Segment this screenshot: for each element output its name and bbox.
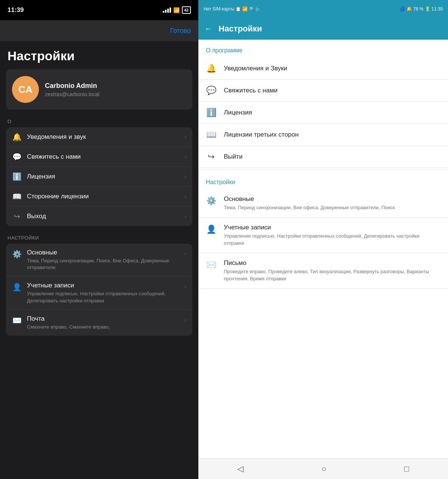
battery-indicator: 42 <box>182 6 191 14</box>
license-label: Лицензия <box>224 109 252 116</box>
license-label: Лицензия <box>27 173 179 180</box>
chevron-icon: › <box>185 193 186 199</box>
info-icon: ℹ️ <box>206 108 216 118</box>
gear-icon: ⚙️ <box>206 196 216 206</box>
profile-email: zextras@carbonio.local <box>45 91 100 97</box>
left-status-icons: 📶 42 <box>163 6 191 14</box>
general-settings-title: Основные <box>27 249 179 256</box>
recent-nav-button[interactable]: □ <box>395 461 418 477</box>
left-time: 11:39 <box>7 6 24 14</box>
license-item[interactable]: ℹ️ Лицензия <box>198 102 448 124</box>
mail-settings-item[interactable]: ✉️ Почта Смахните вправо, Смахните вправ… <box>6 310 192 336</box>
contact-us-item[interactable]: 💬 Свяжитесь с нами <box>198 80 448 102</box>
general-settings-item[interactable]: ⚙️ Основные Тема, Период синхронизации, … <box>6 244 192 277</box>
profile-card[interactable]: CA Carbonio Admin zextras@carbonio.local <box>6 69 192 110</box>
chevron-icon: › <box>185 174 186 180</box>
book-icon: 📖 <box>12 192 22 201</box>
mail-settings-subtitle: Проведите вправо, Проведите влево, Тип в… <box>224 268 441 283</box>
wifi-icon: 📶 <box>173 7 180 13</box>
left-status-bar: 11:39 📶 42 <box>0 0 198 20</box>
back-nav-button[interactable]: ◁ <box>228 461 253 477</box>
notifications-item[interactable]: 🔔 Уведомления и Звуки <box>198 58 448 80</box>
done-button[interactable]: Готово <box>170 27 191 35</box>
bell-icon: 🔔 <box>206 64 216 73</box>
third-party-item[interactable]: 📖 Лицензии третьих сторон <box>198 124 448 146</box>
accounts-settings-subtitle: Управление подписью, Настройки отправлен… <box>224 232 441 247</box>
right-toolbar: ← Настройки <box>198 18 448 40</box>
chevron-icon: › <box>185 134 186 140</box>
toolbar-title: Настройки <box>219 24 262 34</box>
left-nav-bar: Готово <box>0 20 198 41</box>
about-menu-group: 🔔 Уведомления и звук › 💬 Свяжитесь с нам… <box>6 127 192 226</box>
left-page-title: Настройки <box>0 41 198 69</box>
mail-settings-title: Письмо <box>224 259 441 267</box>
avatar: CA <box>12 76 39 103</box>
logout-item[interactable]: ↪ Выход › <box>6 207 192 226</box>
chevron-icon: › <box>185 154 186 160</box>
accounts-settings-title: Учетные записи <box>224 224 441 231</box>
general-settings-subtitle: Тема, Период синхронизации, Вне офиса, Д… <box>224 204 441 211</box>
signal-icon <box>163 7 171 13</box>
mail-settings-text: Письмо Проведите вправо, Проведите влево… <box>224 259 441 283</box>
accounts-settings-item[interactable]: 👤 Учетные записи Управление подписью, На… <box>6 277 192 309</box>
section-divider <box>198 170 448 170</box>
bell-icon: 🔔 <box>12 132 22 141</box>
right-nav-bar: ◁ ○ □ <box>198 458 448 479</box>
license-item[interactable]: ℹ️ Лицензия › <box>6 167 192 187</box>
right-status-left: Нет SIM-карты 📋 📶 🔍 ▷ <box>204 6 259 12</box>
left-panel: 11:39 📶 42 Готово Настройки CA Carbonio … <box>0 0 198 479</box>
accounts-settings-text: Учетные записи Управление подписью, Наст… <box>224 224 441 247</box>
settings-menu-group: ⚙️ Основные Тема, Период синхронизации, … <box>198 189 448 289</box>
logout-label: Выйти <box>224 153 243 161</box>
general-settings-text: Основные Тема, Период синхронизации, Пои… <box>27 249 179 271</box>
back-button[interactable]: ← <box>204 24 213 34</box>
mail-settings-subtitle: Смахните вправо, Смахните вправо, <box>27 324 179 330</box>
info-icon: ℹ️ <box>12 172 22 181</box>
mail-settings-item[interactable]: ✉️ Письмо Проведите вправо, Проведите вл… <box>198 253 448 289</box>
settings-section-label: НАСТРОЙКИ <box>0 235 198 244</box>
right-status-bar: Нет SIM-карты 📋 📶 🔍 ▷ 🔵 🔔 78 % 🔋 11:39 <box>198 0 448 18</box>
profile-info: Carbonio Admin zextras@carbonio.local <box>45 82 100 97</box>
chevron-icon: › <box>185 317 186 323</box>
gear-icon: ⚙️ <box>12 250 22 259</box>
right-content: О программе 🔔 Уведомления и Звуки 💬 Свяж… <box>198 40 448 458</box>
contact-us-item[interactable]: 💬 Свяжитесь с нами › <box>6 147 192 167</box>
general-settings-title: Основные <box>224 195 441 203</box>
mail-settings-title: Почта <box>27 315 179 323</box>
chat-icon: 💬 <box>12 152 22 161</box>
about-section-label: О программе <box>198 40 448 58</box>
settings-menu-group: ⚙️ Основные Тема, Период синхронизации, … <box>6 244 192 336</box>
exit-icon: ↪ <box>12 212 22 221</box>
person-icon: 👤 <box>206 225 216 234</box>
home-nav-button[interactable]: ○ <box>313 461 335 477</box>
exit-icon: ↪ <box>206 152 216 162</box>
mail-icon: ✉️ <box>12 316 22 325</box>
notifications-label: Уведомления и Звуки <box>224 65 287 72</box>
accounts-settings-item[interactable]: 👤 Учетные записи Управление подписью, На… <box>198 218 448 253</box>
profile-name: Carbonio Admin <box>45 82 100 90</box>
person-icon: 👤 <box>12 283 22 292</box>
accounts-settings-text: Учетные записи Управление подписью, Наст… <box>27 282 179 304</box>
accounts-settings-subtitle: Управление подписью, Настройки отправлен… <box>27 290 179 304</box>
settings-section-label: Настройки <box>198 171 448 189</box>
logout-item[interactable]: ↪ Выйти <box>198 146 448 168</box>
general-settings-text: Основные Тема, Период синхронизации, Вне… <box>224 195 441 211</box>
notifications-item[interactable]: 🔔 Уведомления и звук › <box>6 127 192 147</box>
chat-icon: 💬 <box>206 86 216 95</box>
chevron-icon: › <box>185 250 186 256</box>
book-icon: 📖 <box>206 130 216 140</box>
notifications-label: Уведомления и звук <box>27 133 179 141</box>
third-party-label: Сторонние лицензии <box>27 193 179 200</box>
mail-icon: ✉️ <box>206 260 216 270</box>
about-section-label: О <box>0 119 198 127</box>
third-party-item[interactable]: 📖 Сторонние лицензии › <box>6 187 192 207</box>
mail-settings-text: Почта Смахните вправо, Смахните вправо, <box>27 315 179 330</box>
logout-label: Выход <box>27 213 179 220</box>
right-panel: Нет SIM-карты 📋 📶 🔍 ▷ 🔵 🔔 78 % 🔋 11:39 ←… <box>198 0 448 479</box>
right-status-right: 🔵 🔔 78 % 🔋 11:39 <box>399 6 443 12</box>
chevron-icon: › <box>185 213 186 219</box>
chevron-icon: › <box>185 283 186 289</box>
general-settings-item[interactable]: ⚙️ Основные Тема, Период синхронизации, … <box>198 189 448 218</box>
accounts-settings-title: Учетные записи <box>27 282 179 289</box>
general-settings-subtitle: Тема, Период синхронизации, Поиск, Вне О… <box>27 257 179 271</box>
